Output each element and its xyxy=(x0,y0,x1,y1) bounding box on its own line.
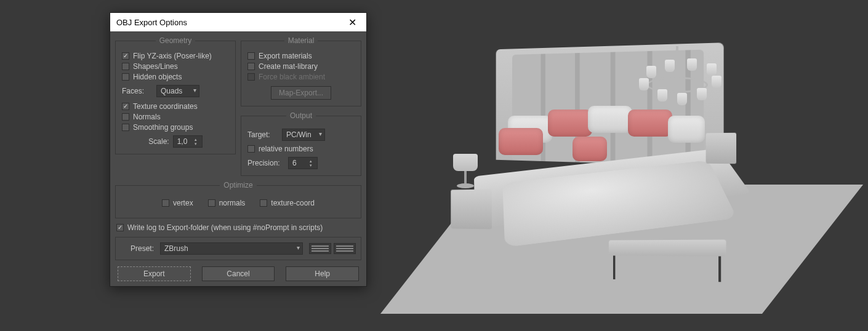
texture-coords-checkbox[interactable]: Texture coordinates xyxy=(122,102,229,111)
optimize-legend: Optimize xyxy=(220,181,256,189)
nightstand-mesh xyxy=(706,133,736,164)
checkbox-icon xyxy=(122,52,129,60)
relative-numbers-checkbox[interactable]: relative numbers xyxy=(247,145,355,153)
write-log-checkbox[interactable]: Write log to Export-folder (when using #… xyxy=(116,223,360,232)
bench-mesh xyxy=(609,239,726,256)
precision-label: Precision: xyxy=(247,159,284,167)
geometry-group: Geometry Flip YZ-axis (Poser-like) Shape… xyxy=(115,36,236,154)
preset-label: Preset: xyxy=(121,244,154,253)
checkbox-icon xyxy=(247,63,255,70)
output-legend: Output xyxy=(286,111,316,120)
material-legend: Material xyxy=(284,36,318,45)
preset-save-icon[interactable] xyxy=(334,243,356,254)
checkbox-icon xyxy=(247,145,255,153)
close-icon[interactable]: ✕ xyxy=(344,17,360,28)
export-button[interactable]: Export xyxy=(118,266,191,281)
pillow-mesh xyxy=(548,110,592,137)
target-label: Target: xyxy=(247,130,278,139)
optimize-normals-checkbox[interactable]: normals xyxy=(208,199,246,207)
pillow-mesh xyxy=(588,106,632,133)
checkbox-icon xyxy=(208,199,215,207)
flip-yz-checkbox[interactable]: Flip YZ-axis (Poser-like) xyxy=(122,52,229,60)
precision-spinner[interactable]: 6 xyxy=(288,157,318,169)
checkbox-icon xyxy=(116,224,124,231)
preset-row: Preset: ZBrush xyxy=(115,237,361,260)
smoothing-groups-checkbox[interactable]: Smoothing groups xyxy=(122,123,229,132)
optimize-group: Optimize vertex normals texture-coord xyxy=(115,181,361,218)
shapes-lines-checkbox[interactable]: Shapes/Lines xyxy=(122,62,229,71)
output-group: Output Target: PC/Win relative numbers P… xyxy=(241,111,361,176)
geometry-legend: Geometry xyxy=(156,36,196,45)
material-group: Material Export materials Create mat-lib… xyxy=(241,36,361,106)
dialog-title: OBJ Export Options xyxy=(116,18,344,27)
faces-select[interactable]: Quads xyxy=(156,85,199,97)
preset-load-icon[interactable] xyxy=(309,243,331,254)
faces-label: Faces: xyxy=(122,87,153,95)
checkbox-icon xyxy=(122,73,129,81)
help-button[interactable]: Help xyxy=(286,266,359,281)
cancel-button[interactable]: Cancel xyxy=(202,266,275,281)
checkbox-icon xyxy=(122,103,129,110)
pillow-mesh xyxy=(573,137,607,161)
force-black-ambient-checkbox: Force black ambient xyxy=(247,73,355,81)
checkbox-icon xyxy=(122,63,129,70)
export-materials-checkbox[interactable]: Export materials xyxy=(247,52,355,60)
hidden-objects-checkbox[interactable]: Hidden objects xyxy=(122,73,229,81)
checkbox-icon xyxy=(122,113,129,121)
checkbox-icon xyxy=(247,52,255,60)
checkbox-icon xyxy=(247,73,255,81)
normals-checkbox[interactable]: Normals xyxy=(122,113,229,121)
scale-spinner[interactable]: 1,0 xyxy=(173,135,203,148)
create-matlib-checkbox[interactable]: Create mat-library xyxy=(247,62,355,71)
viewport-3d[interactable] xyxy=(382,0,868,331)
map-export-button: Map-Export... xyxy=(271,86,331,100)
optimize-vertex-checkbox[interactable]: vertex xyxy=(162,199,193,207)
chandelier-mesh xyxy=(628,46,726,120)
lamp-mesh xyxy=(453,154,478,191)
pillow-mesh xyxy=(499,128,543,155)
obj-export-dialog: OBJ Export Options ✕ Geometry Flip YZ-ax… xyxy=(110,12,367,287)
checkbox-icon xyxy=(260,199,267,207)
nightstand-mesh xyxy=(451,189,492,229)
optimize-texcoord-checkbox[interactable]: texture-coord xyxy=(260,199,315,207)
titlebar[interactable]: OBJ Export Options ✕ xyxy=(110,13,366,31)
target-select[interactable]: PC/Win xyxy=(282,129,325,141)
checkbox-icon xyxy=(122,124,129,131)
scale-label: Scale: xyxy=(148,137,169,146)
checkbox-icon xyxy=(162,199,169,207)
preset-select[interactable]: ZBrush xyxy=(160,242,303,255)
